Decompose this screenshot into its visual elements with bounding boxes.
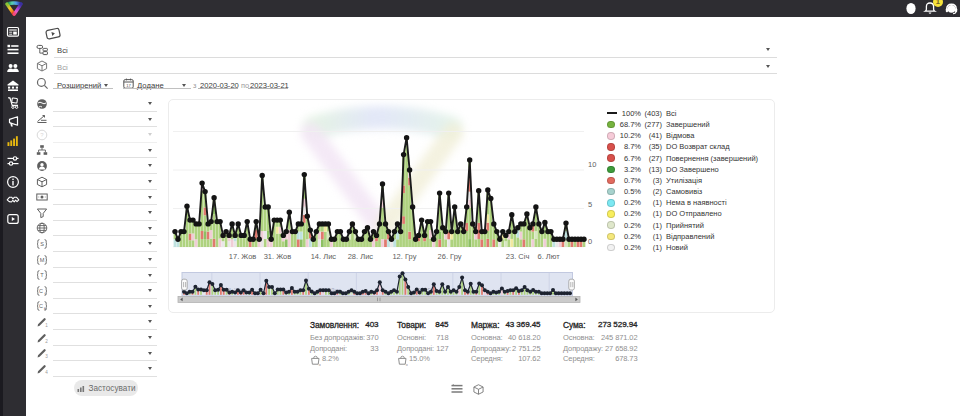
svg-text:2: 2 [45,339,48,344]
svg-text:17. Жов: 17. Жов [229,252,257,261]
svg-text:C: C [39,288,43,294]
svg-text:3: 3 [45,354,48,359]
svg-text:b: b [44,307,46,311]
svg-text:t: t [45,291,46,295]
svg-text:T: T [40,272,44,278]
svg-text:M: M [40,257,45,263]
svg-text:31. Жов: 31. Жов [264,252,292,261]
svg-text:x: x [319,361,321,365]
svg-text:14. Лис: 14. Лис [311,252,337,261]
svg-text:S: S [40,241,44,247]
svg-text:10: 10 [588,160,596,169]
svg-text:23. Січ: 23. Січ [506,252,530,261]
svg-text:6. Лют: 6. Лют [538,252,561,261]
svg-text:5: 5 [588,200,592,209]
svg-text:4: 4 [45,370,48,375]
svg-text:12. Гру: 12. Гру [392,252,416,261]
svg-text:C: C [39,303,43,309]
svg-text:0: 0 [588,237,592,246]
svg-text:x: x [406,361,408,365]
svg-text:26. Гру: 26. Гру [438,252,462,261]
svg-text:1: 1 [45,323,48,328]
svg-text:17: 17 [126,83,131,88]
svg-text:?: ? [40,132,44,138]
svg-text:28. Лис: 28. Лис [348,252,374,261]
